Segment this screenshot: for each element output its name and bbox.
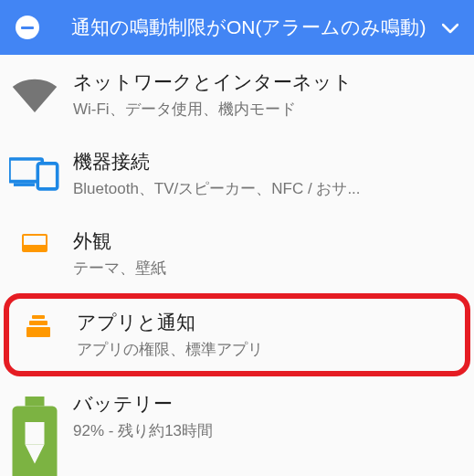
settings-item-battery[interactable]: バッテリー 92% - 残り約13時間	[0, 376, 474, 476]
svg-rect-3	[26, 397, 45, 407]
settings-item-text: 外観 テーマ、壁紙	[60, 228, 458, 279]
settings-item-text: アプリと通知 アプリの権限、標準アプリ	[64, 310, 454, 360]
settings-item-apps[interactable]: アプリと通知 アプリの権限、標準アプリ	[4, 293, 470, 376]
item-subtitle: 92% - 残り約13時間	[73, 420, 458, 441]
settings-list: ネットワークとインターネット Wi-Fi、データ使用、機内モード 機器接続 Bl…	[0, 55, 474, 476]
item-subtitle: テーマ、壁紙	[73, 258, 458, 279]
settings-item-network[interactable]: ネットワークとインターネット Wi-Fi、データ使用、機内モード	[0, 55, 474, 134]
settings-item-devices[interactable]: 機器接続 Bluetooth、TV/スピーカー、NFC / おサ...	[0, 134, 474, 214]
item-title: 外観	[73, 228, 458, 254]
item-title: 機器接続	[73, 149, 458, 175]
apps-icon	[13, 310, 64, 337]
battery-icon	[9, 391, 60, 476]
svg-rect-1	[37, 164, 57, 189]
dnd-notification-banner[interactable]: 通知の鳴動制限がON(アラームのみ鳴動)	[0, 0, 474, 55]
svg-rect-5	[26, 422, 45, 445]
svg-rect-2	[14, 183, 35, 186]
item-title: ネットワークとインターネット	[73, 69, 458, 95]
expand-icon[interactable]	[439, 21, 461, 34]
item-title: バッテリー	[73, 391, 458, 417]
settings-item-display[interactable]: 外観 テーマ、壁紙	[0, 214, 474, 293]
dnd-icon-wrap	[9, 16, 46, 39]
settings-item-text: バッテリー 92% - 残り約13時間	[60, 391, 458, 441]
item-subtitle: アプリの権限、標準アプリ	[77, 339, 454, 360]
do-not-disturb-icon	[16, 16, 39, 39]
devices-icon	[9, 149, 60, 191]
settings-item-text: 機器接続 Bluetooth、TV/スピーカー、NFC / おサ...	[60, 149, 458, 199]
settings-item-text: ネットワークとインターネット Wi-Fi、データ使用、機内モード	[60, 69, 458, 120]
wifi-icon	[9, 69, 60, 116]
item-subtitle: Wi-Fi、データ使用、機内モード	[73, 99, 458, 120]
item-subtitle: Bluetooth、TV/スピーカー、NFC / おサ...	[73, 178, 458, 199]
notification-text: 通知の鳴動制限がON(アラームのみ鳴動)	[46, 16, 439, 39]
display-icon	[9, 228, 60, 252]
item-title: アプリと通知	[77, 310, 454, 335]
